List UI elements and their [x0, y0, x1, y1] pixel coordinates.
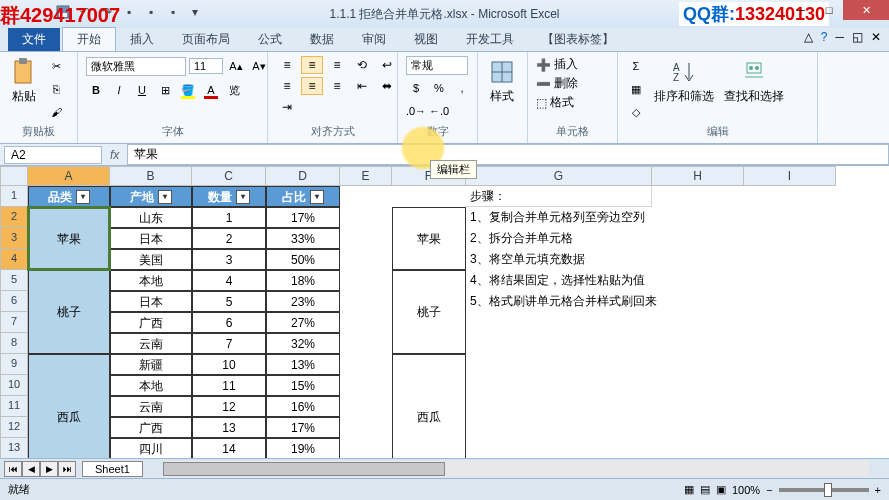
- data-cell[interactable]: 23%: [266, 291, 340, 312]
- autosum-icon[interactable]: Σ: [626, 56, 646, 76]
- row-header-9[interactable]: 9: [0, 354, 28, 375]
- indent-inc-icon[interactable]: ⇥: [276, 98, 298, 116]
- row-header-5[interactable]: 5: [0, 270, 28, 291]
- data-cell[interactable]: 14: [192, 438, 266, 458]
- format-cells-button[interactable]: ⬚格式: [536, 94, 574, 111]
- data-cell[interactable]: 日本: [110, 228, 192, 249]
- tab-view[interactable]: 视图: [400, 28, 452, 51]
- category-cell[interactable]: 西瓜: [28, 354, 110, 458]
- number-format-select[interactable]: 常规: [406, 56, 468, 75]
- data-cell[interactable]: 19%: [266, 438, 340, 458]
- data-cell[interactable]: 50%: [266, 249, 340, 270]
- data-cell[interactable]: 15%: [266, 375, 340, 396]
- wrap-text-icon[interactable]: ↩: [376, 56, 398, 74]
- qat-icon[interactable]: ▪: [143, 4, 159, 20]
- qat-dropdown-icon[interactable]: ▾: [187, 4, 203, 20]
- col-header-C[interactable]: C: [192, 166, 266, 186]
- col-header-A[interactable]: A: [28, 166, 110, 186]
- grow-font-icon[interactable]: A▴: [226, 56, 246, 76]
- insert-cells-button[interactable]: ➕插入: [536, 56, 578, 73]
- tab-data[interactable]: 数据: [296, 28, 348, 51]
- zoom-thumb[interactable]: [824, 483, 832, 497]
- sheet-nav-next[interactable]: ▶: [40, 461, 58, 477]
- data-cell[interactable]: 本地: [110, 375, 192, 396]
- shrink-font-icon[interactable]: A▾: [249, 56, 269, 76]
- row-header-2[interactable]: 2: [0, 207, 28, 228]
- data-cell[interactable]: 27%: [266, 312, 340, 333]
- data-cell[interactable]: 17%: [266, 207, 340, 228]
- row-header-4[interactable]: 4: [0, 249, 28, 270]
- row-header-8[interactable]: 8: [0, 333, 28, 354]
- row-header-3[interactable]: 3: [0, 228, 28, 249]
- sort-filter-button[interactable]: AZ 排序和筛选: [652, 56, 716, 107]
- sheet-nav-last[interactable]: ⏭: [58, 461, 76, 477]
- data-cell[interactable]: 本地: [110, 270, 192, 291]
- aux-category-cell[interactable]: 桃子: [392, 270, 466, 354]
- align-middle-icon[interactable]: ≡: [301, 56, 323, 74]
- data-cell[interactable]: 11: [192, 375, 266, 396]
- data-cell[interactable]: 2: [192, 228, 266, 249]
- find-select-button[interactable]: 查找和选择: [722, 56, 786, 107]
- zoom-in-button[interactable]: +: [875, 484, 881, 496]
- data-cell[interactable]: 16%: [266, 396, 340, 417]
- comma-icon[interactable]: ,: [452, 78, 472, 98]
- ribbon-minimize-icon[interactable]: △: [804, 30, 813, 44]
- data-cell[interactable]: 5: [192, 291, 266, 312]
- tab-chart-labels[interactable]: 【图表标签】: [528, 28, 628, 51]
- data-cell[interactable]: 13%: [266, 354, 340, 375]
- data-cell[interactable]: 32%: [266, 333, 340, 354]
- data-cell[interactable]: 云南: [110, 333, 192, 354]
- doc-restore-icon[interactable]: ◱: [852, 30, 863, 44]
- data-cell[interactable]: 18%: [266, 270, 340, 291]
- row-header-12[interactable]: 12: [0, 417, 28, 438]
- data-cell[interactable]: 17%: [266, 417, 340, 438]
- tab-review[interactable]: 审阅: [348, 28, 400, 51]
- format-painter-icon[interactable]: 🖌: [46, 102, 66, 122]
- percent-icon[interactable]: %: [429, 78, 449, 98]
- border-button[interactable]: ⊞: [155, 80, 175, 100]
- close-button[interactable]: ✕: [843, 0, 889, 20]
- data-cell[interactable]: 美国: [110, 249, 192, 270]
- name-box[interactable]: A2: [4, 146, 102, 164]
- scrollbar-thumb[interactable]: [163, 462, 445, 476]
- orientation-icon[interactable]: ⟲: [351, 56, 373, 74]
- styles-button[interactable]: 样式: [486, 56, 518, 107]
- tab-home[interactable]: 开始: [62, 27, 116, 51]
- maximize-button[interactable]: □: [815, 0, 843, 20]
- data-cell[interactable]: 新疆: [110, 354, 192, 375]
- tab-page-layout[interactable]: 页面布局: [168, 28, 244, 51]
- zoom-out-button[interactable]: −: [766, 484, 772, 496]
- paste-button[interactable]: 粘贴: [8, 56, 40, 107]
- data-cell[interactable]: 12: [192, 396, 266, 417]
- tab-formulas[interactable]: 公式: [244, 28, 296, 51]
- delete-cells-button[interactable]: ➖删除: [536, 75, 578, 92]
- row-header-10[interactable]: 10: [0, 375, 28, 396]
- worksheet-grid[interactable]: ABCDEFGHI 12345678910111213141516 品类▾产地▾…: [0, 166, 889, 458]
- col-header-I[interactable]: I: [744, 166, 836, 186]
- merge-cells-icon[interactable]: ⬌: [376, 77, 398, 95]
- filter-button[interactable]: ▾: [158, 190, 172, 204]
- data-cell[interactable]: 1: [192, 207, 266, 228]
- align-left-icon[interactable]: ≡: [276, 77, 298, 95]
- data-cell[interactable]: 4: [192, 270, 266, 291]
- category-cell[interactable]: 苹果: [28, 207, 110, 270]
- doc-close-icon[interactable]: ✕: [871, 30, 881, 44]
- cut-icon[interactable]: ✂: [46, 56, 66, 76]
- data-cell[interactable]: 广西: [110, 312, 192, 333]
- sheet-nav-prev[interactable]: ◀: [22, 461, 40, 477]
- col-header-D[interactable]: D: [266, 166, 340, 186]
- dec-decimal-icon[interactable]: ←.0: [429, 101, 449, 121]
- align-top-icon[interactable]: ≡: [276, 56, 298, 74]
- data-cell[interactable]: 10: [192, 354, 266, 375]
- clear-icon[interactable]: ◇: [626, 102, 646, 122]
- col-header-B[interactable]: B: [110, 166, 192, 186]
- data-cell[interactable]: 13: [192, 417, 266, 438]
- data-cell[interactable]: 6: [192, 312, 266, 333]
- col-header-G[interactable]: G: [466, 166, 652, 186]
- sheet-nav-first[interactable]: ⏮: [4, 461, 22, 477]
- select-all-corner[interactable]: [0, 166, 28, 186]
- data-cell[interactable]: 3: [192, 249, 266, 270]
- filter-button[interactable]: ▾: [76, 190, 90, 204]
- copy-icon[interactable]: ⎘: [46, 79, 66, 99]
- row-header-6[interactable]: 6: [0, 291, 28, 312]
